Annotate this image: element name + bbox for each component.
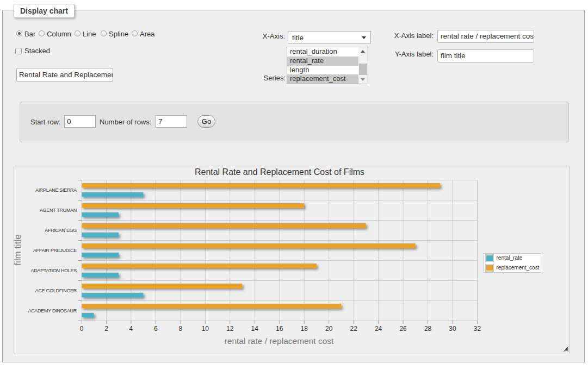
svg-text:AGENT TRUMAN: AGENT TRUMAN bbox=[40, 208, 77, 213]
svg-text:16: 16 bbox=[276, 325, 283, 333]
svg-text:8: 8 bbox=[179, 325, 183, 333]
svg-text:ADAPTATION HOLES: ADAPTATION HOLES bbox=[31, 268, 77, 273]
svg-text:30: 30 bbox=[449, 325, 456, 333]
svg-text:ACE GOLDFINGER: ACE GOLDFINGER bbox=[35, 288, 77, 293]
svg-text:4: 4 bbox=[129, 325, 133, 333]
svg-text:20: 20 bbox=[325, 325, 333, 333]
svg-text:AIRPLANE SIERRA: AIRPLANE SIERRA bbox=[35, 187, 77, 193]
svg-text:AFRICAN EGG: AFRICAN EGG bbox=[45, 228, 77, 233]
svg-text:24: 24 bbox=[375, 325, 382, 333]
svg-text:28: 28 bbox=[424, 325, 432, 333]
svg-text:22: 22 bbox=[350, 325, 358, 333]
svg-text:10: 10 bbox=[202, 325, 209, 333]
svg-text:32: 32 bbox=[474, 325, 481, 333]
svg-text:replacement_cost: replacement_cost bbox=[497, 265, 540, 271]
svg-text:18: 18 bbox=[301, 325, 308, 333]
svg-text:rental_rate: rental_rate bbox=[497, 255, 523, 261]
svg-text:0: 0 bbox=[80, 325, 84, 333]
svg-text:26: 26 bbox=[399, 325, 407, 333]
svg-text:ACADEMY DINOSAUR: ACADEMY DINOSAUR bbox=[28, 308, 77, 313]
svg-text:12: 12 bbox=[226, 325, 234, 333]
svg-text:6: 6 bbox=[154, 325, 158, 333]
svg-text:14: 14 bbox=[251, 325, 259, 333]
svg-text:2: 2 bbox=[104, 325, 108, 333]
svg-text:film title: film title bbox=[14, 234, 23, 266]
svg-text:AFFAIR PREJUDICE: AFFAIR PREJUDICE bbox=[33, 248, 77, 253]
svg-text:rental rate / replacement cost: rental rate / replacement cost bbox=[225, 336, 334, 346]
svg-text:Rental Rate and Replacement Co: Rental Rate and Replacement Cost of Film… bbox=[195, 167, 364, 177]
